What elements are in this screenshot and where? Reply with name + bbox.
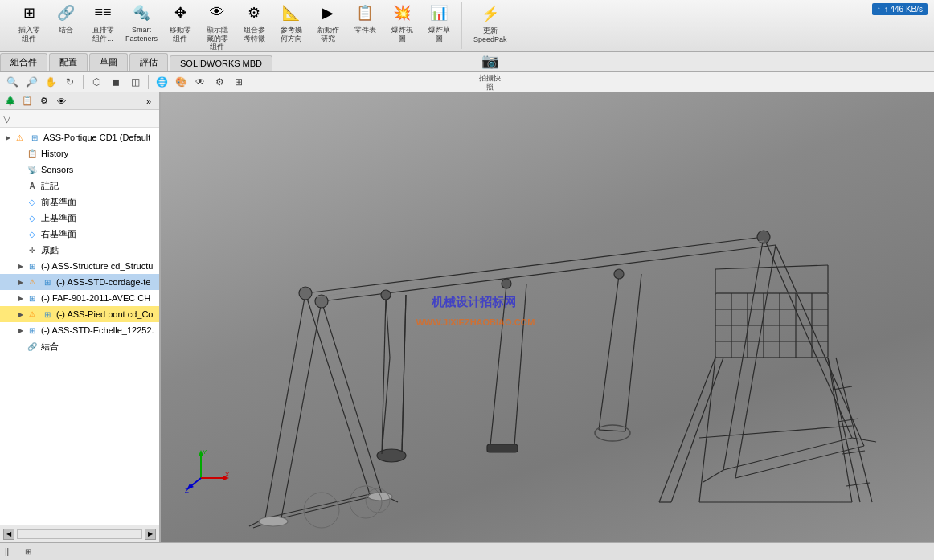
- move-component-button[interactable]: ✥ 移動零组件: [162, 0, 198, 53]
- rotate-icon[interactable]: ↻: [61, 73, 79, 91]
- origin-icon: ✛: [26, 243, 39, 256]
- combine-tree-arrow: [16, 341, 26, 351]
- tree-item-echelle[interactable]: ▶ ⊞ (-) ASS-STD-Echelle_12252.: [0, 322, 159, 338]
- echelle-icon: ⊞: [26, 324, 39, 337]
- svg-rect-38: [715, 293, 828, 358]
- structure-arrow[interactable]: ▶: [16, 261, 26, 271]
- expand-icon[interactable]: ⊞: [230, 73, 248, 91]
- svg-rect-29: [487, 444, 518, 452]
- feature-tree-icon[interactable]: 🌲: [3, 94, 18, 108]
- svg-point-34: [381, 290, 391, 300]
- tab-assembly[interactable]: 組合件: [0, 53, 47, 71]
- zoom-in-icon[interactable]: 🔎: [23, 73, 40, 91]
- zoom-to-fit-icon[interactable]: 🔍: [3, 73, 21, 91]
- svg-line-48: [659, 358, 715, 502]
- tab-config[interactable]: 配置: [49, 53, 88, 71]
- status-list-view-icon[interactable]: |||: [5, 547, 11, 556]
- sep2: [148, 75, 149, 89]
- appearance-icon[interactable]: 🎨: [172, 73, 190, 91]
- new-motion-button[interactable]: ▶ 新動作研究: [310, 0, 346, 53]
- speed-value: ↑ 446 KB/s: [884, 5, 923, 14]
- display-manager-icon[interactable]: 👁: [54, 94, 68, 108]
- tree-root-item[interactable]: ▶ ⚠ ⊞ ASS-Portique CD1 (Default: [0, 129, 159, 145]
- bom-button[interactable]: 📋 零件表: [347, 0, 383, 53]
- config-manager-icon[interactable]: ⚙: [37, 94, 51, 108]
- status-grid-view-icon[interactable]: ⊞: [25, 547, 31, 556]
- tree-item-faf[interactable]: ▶ ⊞ (-) FAF-901-2011-AVEC CH: [0, 290, 159, 306]
- pied-arrow[interactable]: ▶: [16, 309, 26, 319]
- snapshot-button[interactable]: 📷 拍攝快照: [473, 47, 508, 93]
- viewport[interactable]: 机械设计招标网 WWW.JIXIEZHAOBIAO.COM Y X Z: [161, 92, 934, 542]
- tree-item-sensors[interactable]: 📡 Sensors: [0, 161, 159, 178]
- speed-indicator: ↑ ↑ 446 KB/s: [872, 3, 928, 15]
- status-view-buttons[interactable]: |||: [5, 547, 11, 556]
- scroll-left-btn[interactable]: ◀: [3, 529, 14, 540]
- property-manager-icon[interactable]: 📋: [20, 94, 35, 108]
- echelle-arrow[interactable]: ▶: [16, 325, 26, 335]
- svg-line-1: [305, 293, 370, 494]
- filter-bar: ▽: [0, 110, 159, 128]
- tab-evaluate[interactable]: 評估: [129, 53, 168, 71]
- plane2-icon: ◇: [26, 211, 39, 224]
- tree-item-plane1[interactable]: ◇ 前基準面: [0, 194, 159, 210]
- tab-solidworks-mbd[interactable]: SOLIDWORKS MBD: [170, 55, 272, 71]
- tree-item-combine[interactable]: 🔗 結合: [0, 338, 159, 354]
- tree-item-plane2[interactable]: ◇ 上基準面: [0, 210, 159, 226]
- section-view-icon[interactable]: ◫: [126, 73, 144, 91]
- smart-fasteners-icon: 🔩: [129, 0, 154, 26]
- svg-line-28: [514, 284, 526, 446]
- reference-geo-button[interactable]: 📐 參考幾何方向: [273, 0, 309, 53]
- explode-view-button[interactable]: 💥 爆炸視圖: [384, 0, 420, 53]
- smart-fasteners-label: SmartFasteners: [125, 26, 158, 43]
- svg-point-64: [259, 517, 288, 526]
- explode-sketch-button[interactable]: 📊 爆炸草圖: [421, 0, 457, 53]
- svg-line-71: [313, 241, 764, 297]
- faf-arrow[interactable]: ▶: [16, 293, 26, 303]
- svg-line-19: [852, 438, 876, 442]
- speedpak-button[interactable]: ⚡ 更新SpeedPak: [470, 0, 510, 45]
- tree-item-structure[interactable]: ▶ ⊞ (-) ASS-Structure cd_Structu: [0, 258, 159, 274]
- settings-icon[interactable]: ⚙: [211, 73, 228, 91]
- svg-line-6: [305, 237, 764, 293]
- combine-button[interactable]: 🔗 结合: [48, 0, 84, 53]
- tree-item-cordage[interactable]: ▶ ⚠ ⊞ (-) ASS-STD-cordage-te: [0, 274, 159, 290]
- speedpak-label: 更新SpeedPak: [473, 27, 507, 44]
- root-expand-arrow[interactable]: ▶: [3, 133, 13, 142]
- view-selector-icon[interactable]: ⬡: [88, 73, 105, 91]
- svg-line-14: [249, 518, 265, 526]
- watermark-brand: 机械设计招标网: [432, 295, 516, 310]
- svg-point-67: [366, 488, 390, 513]
- tab-sketch[interactable]: 草圖: [89, 53, 128, 71]
- plane3-arrow: [16, 229, 26, 239]
- smart-fasteners-button[interactable]: 🔩 SmartFasteners: [122, 0, 161, 53]
- insert-component-button[interactable]: ⊞ 插入零组件: [11, 0, 47, 53]
- linear-component-button[interactable]: ≡≡ 直排零组件...: [85, 0, 121, 53]
- cordage-arrow[interactable]: ▶: [16, 277, 26, 287]
- tree-item-origin[interactable]: ✛ 原點: [0, 242, 159, 258]
- scroll-right-btn[interactable]: ▶: [145, 529, 156, 540]
- tree-item-pied[interactable]: ▶ ⚠ ⊞ (-) ASS-Pied pont cd_Co: [0, 306, 159, 322]
- h-scrollbar[interactable]: [17, 529, 142, 539]
- tabbar: 組合件 配置 草圖 評估 SOLIDWORKS MBD: [0, 52, 934, 72]
- tree-item-annotations[interactable]: A 註記: [0, 178, 159, 194]
- expand-panel-icon[interactable]: »: [141, 94, 156, 108]
- show-hidden-icon: 👁: [204, 0, 230, 26]
- plane1-label: 前基準面: [41, 196, 76, 208]
- assembly-feature-button[interactable]: ⚙ 组合参考特徵: [236, 0, 272, 53]
- tree-item-history[interactable]: 📋 History: [0, 145, 159, 161]
- pan-icon[interactable]: ✋: [42, 73, 59, 91]
- svg-point-22: [377, 449, 406, 462]
- tree-item-plane3[interactable]: ◇ 右基準面: [0, 226, 159, 242]
- svg-point-70: [315, 295, 328, 308]
- annotations-icon: A: [26, 179, 39, 192]
- insert-component-label: 插入零组件: [18, 26, 40, 43]
- svg-line-78: [189, 478, 201, 488]
- show-hidden-button[interactable]: 👁 顯示隱藏的零组件: [199, 0, 235, 53]
- hide-show-icon[interactable]: 👁: [191, 73, 209, 91]
- svg-text:Y: Y: [203, 448, 207, 456]
- bom-icon: 📋: [352, 0, 378, 26]
- display-style-icon[interactable]: ◼: [107, 73, 125, 91]
- 3d-view-icon[interactable]: 🌐: [153, 73, 170, 91]
- bom-label: 零件表: [354, 26, 376, 35]
- origin-label: 原點: [41, 244, 59, 256]
